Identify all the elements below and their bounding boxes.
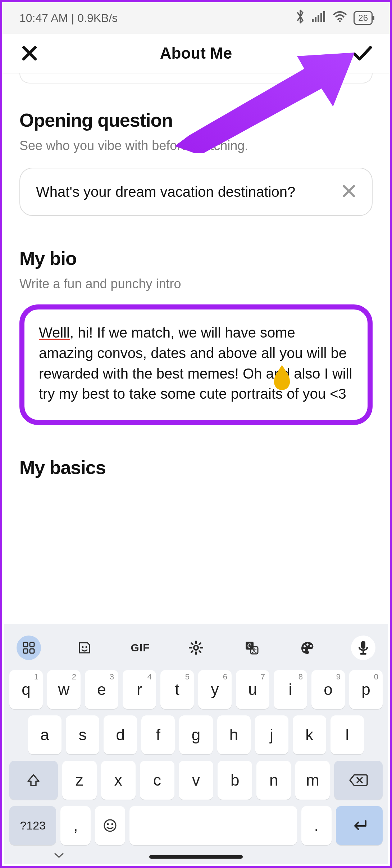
svg-rect-0 (312, 19, 314, 22)
key-j[interactable]: j (255, 715, 288, 754)
key-o[interactable]: o9 (311, 670, 345, 709)
bio-title: My bio (19, 248, 373, 269)
svg-point-20 (310, 645, 312, 647)
key-e[interactable]: e3 (85, 670, 118, 709)
key-m[interactable]: m (295, 761, 330, 800)
bio-misspelled-word: Welll (39, 325, 70, 340)
key-p[interactable]: p0 (349, 670, 383, 709)
remove-question-button[interactable] (342, 184, 356, 200)
theme-button[interactable] (295, 636, 320, 660)
close-button[interactable] (19, 43, 40, 63)
cellular-icon (312, 11, 326, 25)
key-h[interactable]: h (217, 715, 251, 754)
battery-indicator: 26 (354, 11, 373, 25)
bluetooth-icon (295, 9, 305, 27)
close-icon (22, 45, 37, 61)
period-key[interactable]: . (301, 806, 332, 845)
shift-icon (26, 773, 41, 788)
content: Opening question See who you vibe with b… (2, 73, 390, 478)
status-time: 10:47 AM (19, 12, 68, 24)
key-a[interactable]: a (28, 715, 61, 754)
key-f[interactable]: f (141, 715, 175, 754)
shift-key[interactable] (9, 761, 58, 800)
key-n[interactable]: n (256, 761, 291, 800)
palette-icon (300, 640, 315, 655)
translate-button[interactable]: G文 (240, 636, 264, 660)
key-u[interactable]: u7 (236, 670, 269, 709)
status-left: 10:47 AM | 0.9KB/s (19, 12, 118, 25)
keyboard-row-3: zxcvbnm (9, 761, 383, 800)
svg-point-27 (111, 823, 113, 825)
svg-point-12 (86, 646, 87, 648)
svg-rect-7 (23, 642, 28, 647)
close-icon (342, 184, 356, 198)
key-i[interactable]: i8 (274, 670, 307, 709)
key-c[interactable]: c (140, 761, 174, 800)
key-y[interactable]: y6 (198, 670, 232, 709)
svg-point-26 (107, 823, 109, 825)
bio-subtitle: Write a fun and punchy intro (19, 276, 373, 291)
gif-button[interactable]: GIF (128, 636, 152, 660)
app-header: About Me (2, 34, 390, 73)
opening-question-card[interactable]: What's your dream vacation destination? (19, 168, 373, 216)
sticker-button[interactable] (72, 636, 97, 660)
svg-text:文: 文 (251, 647, 257, 653)
svg-rect-22 (361, 641, 365, 649)
svg-rect-2 (318, 15, 319, 22)
keyboard-toolbar: GIF G文 (9, 631, 383, 670)
voice-input-button[interactable] (351, 636, 375, 660)
key-t[interactable]: t5 (160, 670, 194, 709)
svg-point-11 (82, 646, 84, 648)
check-icon (353, 45, 372, 61)
key-l[interactable]: l (331, 715, 364, 754)
key-d[interactable]: d (104, 715, 137, 754)
keyboard-row-2: asdfghjkl (9, 715, 383, 754)
backspace-icon (349, 773, 368, 787)
key-w[interactable]: w2 (47, 670, 81, 709)
status-bar: 10:47 AM | 0.9KB/s 26 (2, 2, 390, 34)
svg-rect-8 (30, 642, 34, 647)
backspace-key[interactable] (334, 761, 383, 800)
key-k[interactable]: k (293, 715, 326, 754)
translate-icon: G文 (244, 640, 259, 655)
key-z[interactable]: z (62, 761, 97, 800)
svg-point-5 (339, 21, 341, 22)
key-x[interactable]: x (101, 761, 136, 800)
key-b[interactable]: b (218, 761, 252, 800)
comma-key[interactable]: , (60, 806, 91, 845)
key-g[interactable]: g (179, 715, 213, 754)
confirm-button[interactable] (352, 43, 373, 63)
opening-question-title: Opening question (19, 109, 373, 131)
svg-point-25 (104, 820, 116, 831)
keyboard-row-4: ?123 , . (9, 806, 383, 845)
emoji-key[interactable] (95, 806, 125, 845)
svg-rect-10 (30, 649, 34, 653)
keyboard-apps-button[interactable] (17, 636, 41, 660)
svg-point-19 (306, 643, 309, 646)
symbols-key[interactable]: ?123 (9, 806, 56, 845)
key-v[interactable]: v (179, 761, 213, 800)
key-r[interactable]: r4 (123, 670, 156, 709)
grid-icon (22, 641, 35, 654)
microphone-icon (358, 640, 369, 655)
svg-rect-9 (23, 649, 28, 653)
spacebar-key[interactable] (129, 806, 297, 845)
soft-keyboard: GIF G文 q1w2e3r4t5y6u7i8o9p0 asdfghjkl zx… (4, 624, 388, 864)
keyboard-settings-button[interactable] (184, 636, 208, 660)
svg-rect-1 (315, 17, 316, 22)
emoji-icon (103, 818, 117, 833)
key-s[interactable]: s (66, 715, 99, 754)
opening-question-subtitle: See who you vibe with before matching. (19, 138, 373, 153)
svg-rect-3 (320, 13, 322, 22)
enter-key[interactable] (336, 806, 383, 845)
status-net-speed: 0.9KB/s (77, 12, 118, 24)
key-q[interactable]: q1 (9, 670, 43, 709)
svg-point-21 (303, 649, 305, 651)
bio-input[interactable]: Welll, hi! If we match, we will have som… (19, 304, 373, 425)
wifi-icon (333, 11, 347, 25)
opening-question-text: What's your dream vacation destination? (36, 182, 295, 202)
nav-handle[interactable] (149, 855, 243, 859)
bio-text: Welll, hi! If we match, we will have som… (39, 322, 353, 404)
svg-point-18 (304, 645, 306, 647)
gear-icon (188, 640, 204, 655)
